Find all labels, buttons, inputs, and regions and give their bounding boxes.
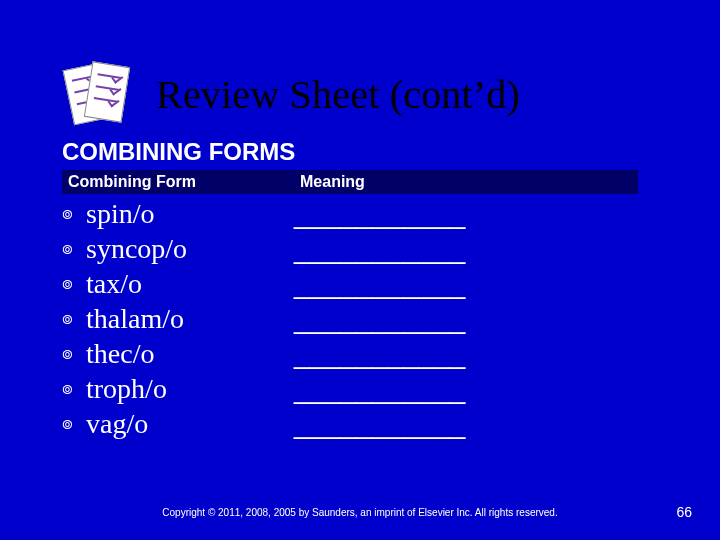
- term-cell: thec/o: [86, 336, 294, 371]
- copyright-footer: Copyright © 2011, 2008, 2005 by Saunders…: [0, 507, 720, 518]
- bullet-icon: ๏: [62, 412, 86, 435]
- column-header-meaning: Meaning: [300, 173, 632, 191]
- meaning-blank: ___________: [294, 231, 465, 266]
- bullet-icon: ๏: [62, 202, 86, 225]
- section-heading: COMBINING FORMS: [62, 138, 295, 166]
- term-cell: thalam/o: [86, 301, 294, 336]
- bullet-icon: ๏: [62, 377, 86, 400]
- title-row: Review Sheet (cont’d): [62, 62, 658, 126]
- meaning-blank: ___________: [294, 266, 465, 301]
- table-row: ๏ syncop/o ___________: [62, 231, 638, 266]
- term-cell: spin/o: [86, 196, 294, 231]
- page-number: 66: [676, 504, 692, 520]
- table-row: ๏ troph/o ___________: [62, 371, 638, 406]
- table-row: ๏ thec/o ___________: [62, 336, 638, 371]
- clipboard-checklist-icon: [62, 62, 134, 126]
- meaning-blank: ___________: [294, 196, 465, 231]
- meaning-blank: ___________: [294, 406, 465, 441]
- term-cell: troph/o: [86, 371, 294, 406]
- bullet-icon: ๏: [62, 272, 86, 295]
- combining-forms-table: Combining Form Meaning ๏ spin/o ________…: [62, 170, 638, 441]
- meaning-blank: ___________: [294, 371, 465, 406]
- meaning-blank: ___________: [294, 301, 465, 336]
- table-row: ๏ spin/o ___________: [62, 196, 638, 231]
- term-cell: syncop/o: [86, 231, 294, 266]
- table-row: ๏ vag/o ___________: [62, 406, 638, 441]
- table-body: ๏ spin/o ___________ ๏ syncop/o ________…: [62, 196, 638, 441]
- bullet-icon: ๏: [62, 342, 86, 365]
- slide: Review Sheet (cont’d) COMBINING FORMS Co…: [0, 0, 720, 540]
- table-header: Combining Form Meaning: [62, 170, 638, 194]
- table-row: ๏ thalam/o ___________: [62, 301, 638, 336]
- bullet-icon: ๏: [62, 307, 86, 330]
- term-cell: tax/o: [86, 266, 294, 301]
- table-row: ๏ tax/o ___________: [62, 266, 638, 301]
- term-cell: vag/o: [86, 406, 294, 441]
- page-title: Review Sheet (cont’d): [156, 71, 520, 118]
- column-header-term: Combining Form: [68, 173, 300, 191]
- meaning-blank: ___________: [294, 336, 465, 371]
- bullet-icon: ๏: [62, 237, 86, 260]
